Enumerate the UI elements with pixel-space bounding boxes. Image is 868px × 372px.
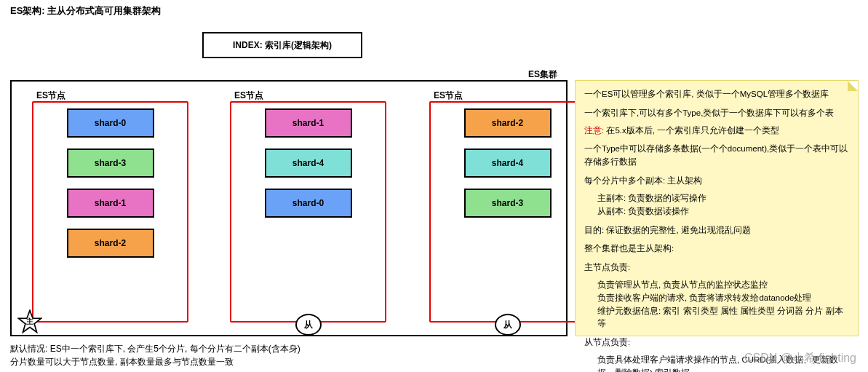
diagram-title: ES架构: 主从分布式高可用集群架构: [10, 4, 161, 17]
index-box: INDEX: 索引库(逻辑架构): [202, 32, 362, 58]
note-line: 主节点负责:: [584, 261, 849, 274]
cluster-container: ES节点 shard-0 shard-3 shard-1 shard-2 主 E…: [10, 80, 568, 336]
shard: shard-2: [67, 229, 154, 258]
node-label: ES节点: [434, 90, 463, 102]
note-line: 从节点负责:: [584, 336, 849, 349]
shard: shard-1: [67, 189, 154, 218]
note-line: 整个集群也是主从架构:: [584, 242, 849, 256]
footer-notes: 默认情况: ES中一个索引库下, 会产生5个分片, 每个分片有二个副本(含本身)…: [10, 342, 300, 368]
note-line: 注意: 在5.x版本后, 一个索引库只允许创建一个类型: [584, 124, 849, 138]
shard: shard-1: [265, 108, 352, 138]
node-label: ES节点: [234, 90, 263, 102]
notes-panel: 一个ES可以管理多个索引库, 类似于一个MySQL管理多个数据库 一个索引库下,…: [575, 80, 859, 336]
shard: shard-3: [67, 149, 154, 178]
watermark: CSDN @小希 fighting: [744, 351, 856, 366]
shard: shard-4: [464, 149, 552, 178]
shard: shard-0: [67, 108, 154, 138]
note-line: 一个Type中可以存储多条数据(一个个document),类似于一个表中可以存储…: [584, 143, 849, 169]
note-line: 目的: 保证数据的完整性, 避免出现混乱问题: [584, 224, 849, 237]
master-star-icon: 主: [17, 309, 42, 334]
note-line: 一个索引库下,可以有多个Type,类似于一个数据库下可以有多个表: [584, 107, 849, 120]
note-line: 每个分片中多个副本: 主从架构: [584, 175, 849, 188]
note-line: 维护元数据信息: 索引 索引类型 属性 属性类型 分词器 分片 副本等: [584, 305, 849, 331]
svg-text:主: 主: [25, 317, 33, 325]
note-line: 从副本: 负责数据读操作: [584, 205, 849, 218]
slave-badge: 从: [295, 314, 322, 336]
note-line: 负责管理从节点, 负责从节点的监控状态监控: [584, 279, 849, 292]
es-node-3: ES节点 shard-2 shard-4 shard-3 从: [429, 101, 586, 322]
shard: shard-4: [265, 149, 352, 178]
shard: shard-0: [265, 189, 352, 218]
slave-badge: 从: [495, 314, 521, 336]
note-line: 一个ES可以管理多个索引库, 类似于一个MySQL管理多个数据库: [584, 88, 849, 101]
note-line: 主副本: 负责数据的读写操作: [584, 192, 849, 205]
shard: shard-3: [464, 189, 552, 218]
shard: shard-2: [464, 108, 552, 138]
note-line: 负责接收客户端的请求, 负责将请求转发给datanode处理: [584, 292, 849, 305]
node-label: ES节点: [36, 90, 65, 102]
es-node-1: ES节点 shard-0 shard-3 shard-1 shard-2 主: [32, 101, 188, 322]
footer-line: 默认情况: ES中一个索引库下, 会产生5个分片, 每个分片有二个副本(含本身): [10, 342, 300, 355]
cluster-label: ES集群: [528, 68, 557, 81]
footer-line: 分片数量可以大于节点数量, 副本数量最多与节点数量一致: [10, 355, 300, 368]
es-node-2: ES节点 shard-1 shard-4 shard-0 从: [230, 101, 386, 322]
fold-corner-icon: [848, 81, 858, 91]
